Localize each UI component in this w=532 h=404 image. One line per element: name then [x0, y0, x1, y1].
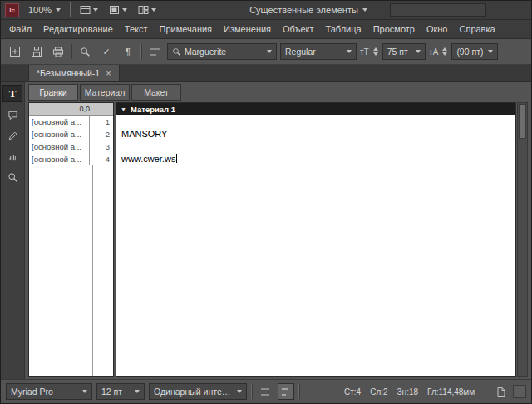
- paragraph-style-label[interactable]: [основной а...: [29, 155, 89, 164]
- chevron-down-icon: [362, 8, 367, 12]
- step-up-icon: [442, 47, 447, 51]
- export-button[interactable]: [494, 384, 509, 399]
- galley-info-toggle[interactable]: [257, 383, 273, 400]
- view-tabs: Гранки Материал Макет: [28, 84, 528, 101]
- type-tool-icon: T: [9, 87, 17, 101]
- galley-view: 0,0 [основной а... 1 [основной а... 2 [о…: [28, 102, 528, 377]
- document-tab[interactable]: *Безымянный-1 ×: [28, 65, 120, 81]
- line-spacing-select[interactable]: Одинарный интервал: [149, 383, 247, 400]
- chevron-down-icon: [135, 390, 140, 393]
- galley-row: [основной а... 2: [29, 128, 113, 140]
- step-down-icon: [373, 52, 378, 56]
- font-size-select[interactable]: 75 пт: [382, 43, 426, 60]
- menu-edit[interactable]: Редактирование: [37, 20, 119, 38]
- view-options-icon: [80, 5, 91, 15]
- galley-row: [основной а... 4: [29, 153, 113, 165]
- divider: [70, 2, 71, 17]
- tool-palette: T: [1, 82, 25, 379]
- paragraph-style-label[interactable]: [основной а...: [29, 130, 89, 139]
- scrollbar-thumb[interactable]: [519, 104, 526, 139]
- story-text-area[interactable]: MANSORY www.cwer.ws: [116, 115, 515, 376]
- galley-row: [основной а... 3: [29, 140, 113, 153]
- print-button[interactable]: [49, 42, 67, 61]
- collapse-triangle-icon[interactable]: ▼: [121, 106, 126, 112]
- chevron-down-icon: [56, 8, 61, 12]
- paragraph-style-label[interactable]: [основной а...: [29, 117, 89, 126]
- step-up-icon: [373, 47, 378, 51]
- page-icon: [496, 387, 506, 397]
- menu-table[interactable]: Таблица: [320, 20, 367, 38]
- story-line[interactable]: [121, 140, 515, 153]
- menu-help[interactable]: Справка: [453, 20, 500, 38]
- hand-icon: [7, 151, 18, 162]
- menu-object[interactable]: Объект: [277, 20, 319, 38]
- note-icon: [7, 110, 18, 121]
- font-family-select[interactable]: Marguerite: [167, 43, 277, 60]
- workspace-switcher[interactable]: Существенные элементы: [246, 4, 371, 16]
- view-tab-layout[interactable]: Макет: [131, 84, 181, 101]
- hand-tool[interactable]: [3, 149, 22, 165]
- font-style-select[interactable]: Regular: [280, 43, 357, 60]
- leading-value: (90 пт): [456, 47, 483, 57]
- new-document-button[interactable]: [6, 42, 24, 61]
- chevron-down-icon: [237, 390, 242, 393]
- pencil-tool[interactable]: [3, 128, 22, 144]
- menubar: Файл Редактирование Текст Примечания Изм…: [1, 20, 531, 39]
- find-button[interactable]: [76, 42, 94, 61]
- menu-changes[interactable]: Изменения: [218, 20, 277, 38]
- line-spacing-value: Одинарный интервал: [154, 387, 234, 397]
- quick-search-input[interactable]: [390, 3, 486, 17]
- chevron-down-icon: [416, 50, 421, 53]
- zoom-icon: [7, 172, 18, 183]
- show-hidden-characters-button[interactable]: ¶: [119, 42, 137, 61]
- leading-select[interactable]: (90 пт): [451, 43, 498, 60]
- paragraph-marks-toggle[interactable]: [278, 383, 294, 400]
- display-font-select[interactable]: Myriad Pro: [6, 383, 92, 400]
- chevron-down-icon: [151, 8, 156, 12]
- paragraph-lines-icon: [150, 47, 160, 57]
- save-button[interactable]: [27, 42, 46, 61]
- display-size-select[interactable]: 12 пт: [96, 383, 145, 400]
- menu-file[interactable]: Файл: [3, 20, 37, 38]
- font-size-stepper[interactable]: [372, 47, 379, 56]
- story-column: ▼ Материал 1 MANSORY www.cwer.ws: [116, 102, 516, 377]
- vertical-scrollbar[interactable]: [517, 102, 528, 377]
- paragraph-style-label[interactable]: [основной а...: [29, 142, 89, 151]
- story-line[interactable]: www.cwer.ws: [121, 153, 515, 165]
- spellcheck-button[interactable]: ✓: [97, 42, 116, 61]
- screen-mode-button[interactable]: [106, 4, 130, 16]
- menu-type[interactable]: Текст: [119, 20, 154, 38]
- galley-row: [основной а... 1: [29, 116, 113, 128]
- line-number: 4: [89, 153, 113, 165]
- menu-view[interactable]: Просмотр: [367, 20, 421, 38]
- menu-notes[interactable]: Примечания: [154, 20, 219, 38]
- story-line[interactable]: [121, 116, 515, 128]
- view-tab-story[interactable]: Материал: [80, 84, 130, 101]
- marks-icon: [281, 387, 291, 397]
- leading-stepper[interactable]: [441, 47, 448, 56]
- note-tool[interactable]: [3, 107, 22, 123]
- type-tool[interactable]: T: [2, 85, 22, 102]
- text-marks-button[interactable]: [145, 42, 164, 61]
- zoom-select[interactable]: 100%: [25, 4, 64, 16]
- depth-ruler: 0,0: [29, 103, 113, 116]
- incopy-window: Ic 100% Существенные элементы Файл Редак…: [0, 0, 532, 404]
- view-options-button[interactable]: [77, 4, 101, 16]
- view-tab-galley[interactable]: Гранки: [28, 84, 78, 101]
- chevron-down-icon: [488, 50, 493, 53]
- line-number: 2: [89, 128, 113, 140]
- story-header[interactable]: ▼ Материал 1: [116, 103, 515, 115]
- divider: [251, 384, 253, 399]
- story-line[interactable]: MANSORY: [121, 128, 515, 140]
- arrange-documents-button[interactable]: [135, 4, 159, 16]
- zoom-tool[interactable]: [3, 170, 22, 185]
- menu-window[interactable]: Окно: [421, 20, 454, 38]
- leading-icon: ↕A: [429, 47, 439, 57]
- search-icon: [80, 47, 91, 57]
- app-logo-icon: Ic: [5, 3, 19, 17]
- resize-grip[interactable]: [513, 385, 526, 398]
- pilcrow-icon: ¶: [126, 47, 131, 57]
- arrange-documents-icon: [138, 5, 149, 15]
- close-tab-button[interactable]: ×: [106, 69, 111, 78]
- step-down-icon: [442, 52, 447, 56]
